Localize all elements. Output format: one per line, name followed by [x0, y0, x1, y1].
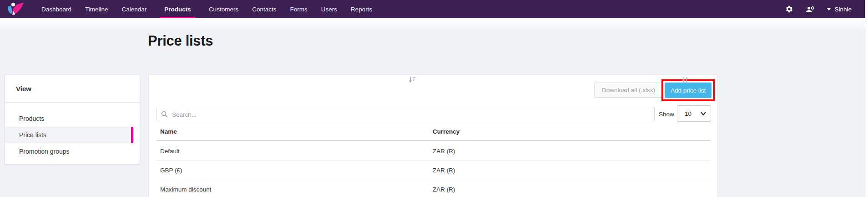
column-label: Currency [433, 128, 459, 135]
user-menu[interactable]: Sinhle [827, 6, 852, 13]
navbar-right-controls: Sinhle [785, 0, 852, 18]
user-name-label: Sinhle [834, 6, 852, 13]
column-header-name[interactable]: Name [156, 128, 431, 140]
navbar-shadow [0, 18, 865, 31]
cell-currency: ZAR (R) [431, 186, 710, 193]
nav-item-users[interactable]: Users [321, 0, 337, 18]
page-size-select[interactable]: 10 [677, 105, 711, 122]
nav-item-timeline[interactable]: Timeline [85, 0, 108, 18]
nav-item-dashboard[interactable]: Dashboard [41, 0, 71, 18]
table-row[interactable]: Default ZAR (R) [156, 142, 710, 161]
view-sidebar-card: View Products Price lists Promotion grou… [5, 74, 140, 165]
nav-item-reports[interactable]: Reports [351, 0, 372, 18]
sidebar-item-promotion-groups[interactable]: Promotion groups [5, 143, 133, 160]
sort-up-down-icon[interactable] [681, 76, 689, 83]
nav-item-products[interactable]: Products [160, 0, 195, 18]
gear-icon [785, 5, 793, 13]
page-title: Price lists [148, 33, 213, 49]
chevron-down-icon [701, 112, 706, 116]
search-field-wrap [156, 107, 655, 122]
cell-name: GBP (£) [156, 167, 431, 174]
table-header-row: Name Currency [156, 128, 710, 141]
sort-amount-down-icon[interactable] [408, 76, 416, 83]
sidebar-item-price-lists[interactable]: Price lists [5, 127, 133, 143]
page-size-value: 10 [685, 110, 691, 117]
sidebar-item-label: Price lists [19, 131, 46, 139]
price-lists-card: Download all (.xlsx) Add price list Show… [148, 74, 718, 197]
nav-item-forms[interactable]: Forms [290, 0, 307, 18]
selected-item-indicator [131, 127, 133, 143]
sidebar-list: Products Price lists Promotion groups [5, 103, 140, 160]
table-row[interactable]: GBP (£) ZAR (R) [156, 161, 710, 180]
nav-item-calendar[interactable]: Calendar [122, 0, 147, 18]
record-voice-over-icon [805, 5, 815, 13]
browser-scrollbar[interactable] [865, 0, 868, 197]
search-input[interactable] [156, 107, 655, 122]
announcements-button[interactable] [805, 5, 815, 13]
cell-currency: ZAR (R) [431, 148, 710, 155]
add-price-list-button[interactable]: Add price list [665, 83, 712, 98]
caret-down-icon [827, 8, 831, 10]
column-label: Name [160, 128, 177, 135]
download-all-button[interactable]: Download all (.xlsx) [594, 83, 663, 98]
page-size-label: Show [659, 107, 674, 122]
cell-name: Maximum discount [156, 186, 431, 193]
column-header-currency[interactable]: Currency [431, 128, 710, 140]
sidebar-item-label: Promotion groups [19, 148, 70, 155]
top-navbar: Dashboard Timeline Calendar Products Cus… [0, 0, 868, 18]
sidebar-item-products[interactable]: Products [5, 110, 133, 127]
main-nav: Dashboard Timeline Calendar Products Cus… [41, 0, 372, 18]
sidebar-item-label: Products [19, 115, 44, 122]
search-icon [161, 111, 168, 118]
nav-item-customers[interactable]: Customers [209, 0, 238, 18]
nav-item-contacts[interactable]: Contacts [252, 0, 276, 18]
cell-name: Default [156, 148, 431, 155]
table-row[interactable]: Maximum discount ZAR (R) [156, 180, 710, 197]
app-viewport: Dashboard Timeline Calendar Products Cus… [0, 0, 868, 197]
brand-logo-icon[interactable] [5, 1, 29, 17]
cell-currency: ZAR (R) [431, 167, 710, 174]
sidebar-header: View [5, 75, 140, 103]
settings-button[interactable] [785, 5, 793, 13]
